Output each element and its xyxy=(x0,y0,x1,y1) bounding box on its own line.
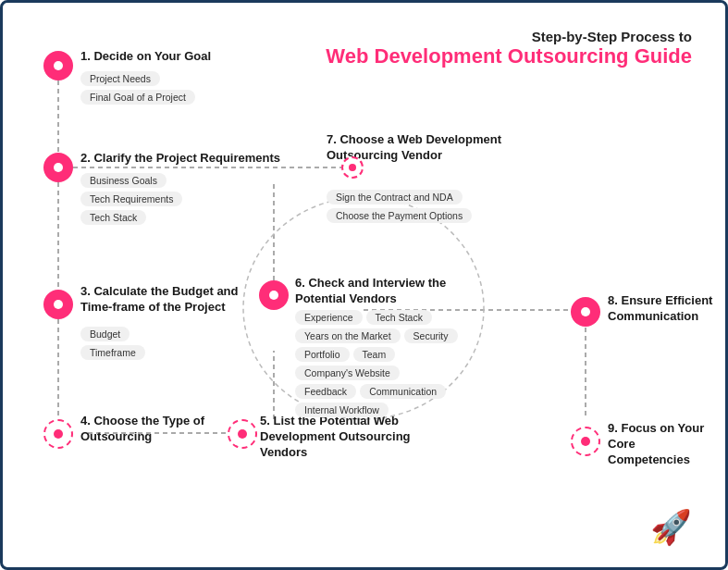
header-title: Web Development Outsourcing Guide xyxy=(326,44,692,68)
tag-project-needs: Project Needs xyxy=(80,71,160,86)
step7-circle xyxy=(341,156,364,179)
header: Step-by-Step Process to Web Development … xyxy=(326,29,692,68)
rocket-icon: 🚀 xyxy=(650,508,692,547)
step1-circle xyxy=(43,51,73,81)
tag-tech-req: Tech Requirements xyxy=(80,192,182,206)
step2-dot xyxy=(54,163,63,172)
tag-final-goal: Final Goal of a Project xyxy=(80,90,195,105)
tag-tech-stack-2: Tech Stack xyxy=(80,210,146,225)
step2-circle xyxy=(43,153,73,182)
tag-budget: Budget xyxy=(80,327,130,341)
step2-label: 2. Clarify the Project Requirements xyxy=(80,151,280,167)
tag-security: Security xyxy=(404,328,458,343)
tag-experience: Experience xyxy=(295,310,363,325)
tag-internal-workflow: Internal Workflow xyxy=(295,403,389,417)
tag-years: Years on the Market xyxy=(295,328,401,343)
tag-timeframe: Timeframe xyxy=(80,345,145,360)
tag-business-goals: Business Goals xyxy=(80,173,167,188)
step3-label: 3. Calculate the Budget andTime-frame of… xyxy=(80,284,239,316)
step3-circle xyxy=(43,290,73,319)
step7-tags: Sign the Contract and NDA Choose the Pay… xyxy=(325,188,474,225)
tag-portfolio: Portfolio xyxy=(295,347,350,362)
step5-label: 5. List the Potential WebDevelopment Out… xyxy=(260,414,445,461)
tag-communication: Communication xyxy=(360,384,446,399)
step4-dot xyxy=(54,429,63,439)
step3-tags: Budget Timeframe xyxy=(79,325,147,362)
tag-feedback: Feedback xyxy=(295,384,356,399)
step7-dot xyxy=(349,164,356,171)
step6-label: 6. Check and Interview thePotential Vend… xyxy=(295,276,446,307)
step2-tags: Business Goals Tech Requirements Tech St… xyxy=(79,171,184,227)
step1-tags: Project Needs Final Goal of a Project xyxy=(79,69,197,106)
step8-dot xyxy=(581,307,590,316)
step8-label: 8. Ensure Efficient Communication xyxy=(608,293,719,325)
tag-team: Team xyxy=(353,347,396,362)
tag-tech-stack-6: Tech Stack xyxy=(366,310,432,325)
step5-dot xyxy=(238,429,247,439)
tag-company-website: Company's Website xyxy=(295,366,400,380)
step4-label: 4. Choose the Type of Outsourcing xyxy=(80,414,210,445)
header-subtitle: Step-by-Step Process to xyxy=(326,29,692,44)
step4-circle xyxy=(43,419,73,449)
step5-circle xyxy=(228,419,257,449)
step6-circle xyxy=(259,280,289,310)
step6-tags: ExperienceTech Stack Years on the Market… xyxy=(293,308,460,419)
step3-dot xyxy=(54,300,63,309)
step9-circle xyxy=(571,427,600,456)
page-container: Step-by-Step Process to Web Development … xyxy=(0,0,728,570)
step1-label: 1. Decide on Your Goal xyxy=(80,49,211,65)
step9-dot xyxy=(581,437,590,446)
tag-payment: Choose the Payment Options xyxy=(327,208,472,223)
step6-dot xyxy=(269,291,278,300)
tag-sign-contract: Sign the Contract and NDA xyxy=(327,190,463,204)
step8-circle xyxy=(571,297,600,327)
step1-dot xyxy=(54,61,63,70)
step9-label: 9. Focus on Your Core Competencies xyxy=(608,421,719,468)
